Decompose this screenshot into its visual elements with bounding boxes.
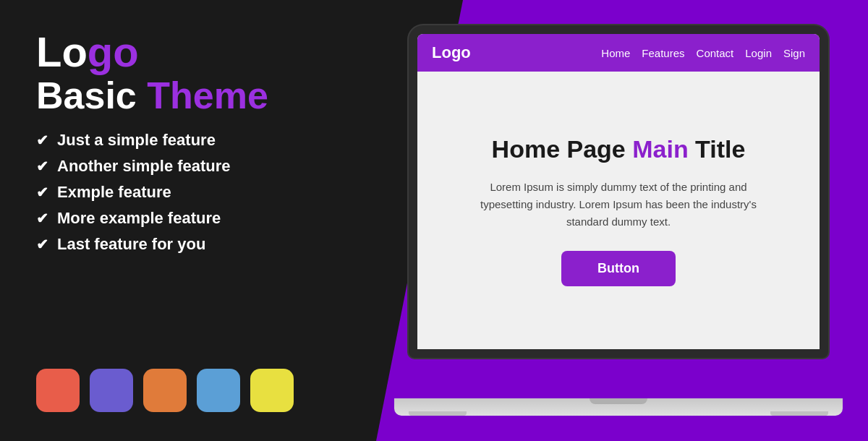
check-icon-5: ✔ bbox=[36, 236, 48, 253]
logo-section: Logo Basic Theme bbox=[36, 29, 340, 116]
tagline-basic: Basic bbox=[36, 74, 147, 116]
feature-item-4: ✔ More example feature bbox=[36, 209, 340, 228]
laptop-foot-right bbox=[770, 411, 828, 416]
screen-body-text: Lorem Ipsum is simply dummy text of the … bbox=[467, 179, 770, 231]
feature-text-4: More example feature bbox=[57, 209, 221, 228]
check-icon-2: ✔ bbox=[36, 158, 48, 175]
screen-content: Home Page Main Title Lorem Ipsum is simp… bbox=[417, 72, 820, 349]
screen-title: Home Page Main Title bbox=[492, 134, 746, 164]
feature-item-2: ✔ Another simple feature bbox=[36, 157, 340, 176]
nav-link-home[interactable]: Home bbox=[601, 47, 630, 59]
screen-title-purple: Main bbox=[632, 135, 688, 163]
laptop-mockup: Logo Home Features Contact Login Sign Ho… bbox=[394, 25, 843, 416]
swatch-yellow[interactable] bbox=[250, 369, 294, 412]
laptop-foot-left bbox=[409, 411, 467, 416]
feature-item-3: ✔ Exmple feature bbox=[36, 183, 340, 202]
screen-title-black1: Home Page bbox=[492, 135, 633, 163]
screen-cta-button[interactable]: Button bbox=[561, 251, 676, 286]
browser-nav-logo: Logo bbox=[432, 43, 471, 62]
nav-link-contact[interactable]: Contact bbox=[697, 47, 734, 59]
browser-nav: Logo Home Features Contact Login Sign bbox=[417, 34, 820, 72]
swatch-orange[interactable] bbox=[143, 369, 187, 412]
tagline-theme: Theme bbox=[147, 74, 268, 116]
laptop-screen: Logo Home Features Contact Login Sign Ho… bbox=[417, 34, 820, 349]
nav-link-features[interactable]: Features bbox=[642, 47, 684, 59]
screen-title-black2: Title bbox=[689, 135, 746, 163]
left-panel: Logo Basic Theme ✔ Just a simple feature… bbox=[0, 0, 376, 441]
check-icon-4: ✔ bbox=[36, 210, 48, 227]
logo-purple: go bbox=[88, 28, 139, 75]
features-list: ✔ Just a simple feature ✔ Another simple… bbox=[36, 131, 340, 254]
feature-text-3: Exmple feature bbox=[57, 183, 171, 202]
nav-links: Home Features Contact Login Sign bbox=[601, 47, 805, 59]
nav-link-signup[interactable]: Sign bbox=[783, 47, 805, 59]
feature-item-1: ✔ Just a simple feature bbox=[36, 131, 340, 150]
check-icon-1: ✔ bbox=[36, 132, 48, 149]
feature-text-1: Just a simple feature bbox=[57, 131, 216, 150]
logo-heading: Logo bbox=[36, 29, 340, 75]
swatch-blue[interactable] bbox=[197, 369, 240, 412]
check-icon-3: ✔ bbox=[36, 184, 48, 201]
nav-link-login[interactable]: Login bbox=[745, 47, 772, 59]
laptop-body: Logo Home Features Contact Login Sign Ho… bbox=[409, 25, 828, 358]
right-panel: Logo Home Features Contact Login Sign Ho… bbox=[376, 0, 868, 441]
feature-item-5: ✔ Last feature for you bbox=[36, 235, 340, 254]
feature-text-2: Another simple feature bbox=[57, 157, 231, 176]
color-swatches bbox=[36, 369, 340, 412]
laptop-base bbox=[394, 398, 843, 416]
swatch-purple[interactable] bbox=[90, 369, 133, 412]
feature-text-5: Last feature for you bbox=[57, 235, 205, 254]
swatch-red[interactable] bbox=[36, 369, 80, 412]
laptop-notch bbox=[590, 398, 647, 404]
tagline-heading: Basic Theme bbox=[36, 75, 340, 116]
